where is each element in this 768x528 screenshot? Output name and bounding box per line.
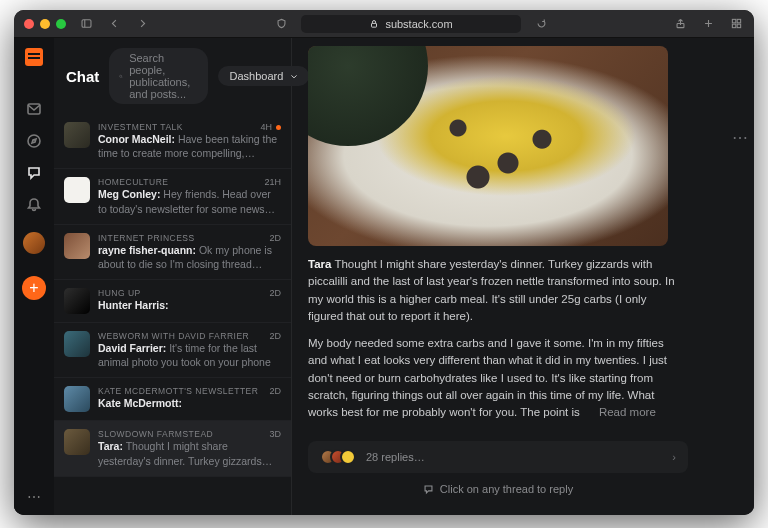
thread-time: 3D	[269, 429, 281, 439]
avatar	[340, 449, 356, 465]
thread-meta: INTERNET PRINCESS 2D rayne fisher-quann:…	[98, 233, 281, 271]
reader-pane: ⋯ Tara Thought I might share yesterday's…	[292, 38, 754, 515]
inbox-icon[interactable]	[25, 100, 43, 118]
svg-rect-0	[82, 20, 91, 28]
substack-logo[interactable]	[25, 48, 43, 66]
thread-item[interactable]: WEBWORM WITH DAVID FARRIER 2D David Farr…	[54, 323, 291, 378]
forward-button[interactable]	[134, 16, 150, 32]
thread-meta: HOMECULTURE 21H Meg Conley: Hey friends.…	[98, 177, 281, 215]
svg-point-11	[28, 135, 40, 147]
thread-thumbnail	[64, 288, 90, 314]
thread-thumbnail	[64, 122, 90, 148]
thread-author: Kate McDermott:	[98, 397, 182, 409]
page-title: Chat	[66, 68, 99, 85]
thread-publication: INTERNET PRINCESS	[98, 233, 195, 243]
post-image[interactable]	[308, 46, 668, 246]
thread-time: 2D	[269, 331, 281, 341]
thread-item[interactable]: INTERNET PRINCESS 2D rayne fisher-quann:…	[54, 225, 291, 280]
thread-time: 2D	[269, 386, 281, 396]
thread-author: David Farrier:	[98, 342, 166, 354]
lock-icon	[369, 19, 379, 29]
post-body: Tara Thought I might share yesterday's d…	[308, 246, 688, 437]
svg-rect-7	[737, 19, 740, 22]
reply-hint-text: Click on any thread to reply	[440, 483, 573, 495]
discover-icon[interactable]	[25, 132, 43, 150]
thread-item[interactable]: KATE MCDERMOTT'S NEWSLETTER 2D Kate McDe…	[54, 378, 291, 421]
thread-preview: Conor MacNeil: Have been taking the time…	[98, 132, 281, 160]
svg-rect-8	[732, 24, 735, 27]
account-avatar[interactable]	[23, 232, 45, 254]
reload-button[interactable]	[533, 16, 549, 32]
thread-publication: HOMECULTURE	[98, 177, 169, 187]
thread-thumbnail	[64, 386, 90, 412]
back-button[interactable]	[106, 16, 122, 32]
threads-header: Chat Search people, publications, and po…	[54, 38, 291, 114]
share-icon[interactable]	[672, 16, 688, 32]
thread-meta: KATE MCDERMOTT'S NEWSLETTER 2D Kate McDe…	[98, 386, 281, 410]
thread-thumbnail	[64, 429, 90, 455]
thread-author: Conor MacNeil:	[98, 133, 175, 145]
read-more-link[interactable]: Read more	[599, 406, 656, 418]
search-input[interactable]: Search people, publications, and posts..…	[109, 48, 207, 104]
search-placeholder: Search people, publications, and posts..…	[129, 52, 197, 100]
browser-window: substack.com + ⋯ Chat Search p	[14, 10, 754, 515]
new-post-button[interactable]: +	[22, 276, 46, 300]
thread-item[interactable]: HOMECULTURE 21H Meg Conley: Hey friends.…	[54, 169, 291, 224]
svg-rect-9	[737, 24, 740, 27]
new-tab-icon[interactable]	[700, 16, 716, 32]
thread-time: 2D	[269, 233, 281, 243]
thread-item[interactable]: HUNG UP 2D Hunter Harris:	[54, 280, 291, 323]
thread-item[interactable]: INVESTMENT TALK 4H Conor MacNeil: Have b…	[54, 114, 291, 169]
url-text: substack.com	[385, 18, 452, 30]
chevron-right-icon: ›	[672, 451, 676, 463]
nav-rail: + ⋯	[14, 38, 54, 515]
thread-meta: WEBWORM WITH DAVID FARRIER 2D David Farr…	[98, 331, 281, 369]
thread-thumbnail	[64, 331, 90, 357]
unread-dot	[276, 125, 281, 130]
thread-publication: INVESTMENT TALK	[98, 122, 183, 132]
thread-thumbnail	[64, 177, 90, 203]
thread-item[interactable]: SLOWDOWN FARMSTEAD 3D Tara: Thought I mi…	[54, 421, 291, 476]
thread-publication: HUNG UP	[98, 288, 141, 298]
reply-hint: Click on any thread to reply	[308, 473, 688, 495]
notifications-icon[interactable]	[25, 196, 43, 214]
thread-publication: SLOWDOWN FARMSTEAD	[98, 429, 213, 439]
replies-bar[interactable]: 28 replies… ›	[308, 441, 688, 473]
thread-meta: SLOWDOWN FARMSTEAD 3D Tara: Thought I mi…	[98, 429, 281, 467]
thread-time: 4H	[260, 122, 281, 132]
thread-meta: INVESTMENT TALK 4H Conor MacNeil: Have b…	[98, 122, 281, 160]
shield-icon[interactable]	[273, 16, 289, 32]
thread-preview: Meg Conley: Hey friends. Head over to to…	[98, 187, 281, 215]
tabs-overview-icon[interactable]	[728, 16, 744, 32]
url-bar[interactable]: substack.com	[301, 15, 521, 33]
thread-publication: WEBWORM WITH DAVID FARRIER	[98, 331, 249, 341]
threads-column: Chat Search people, publications, and po…	[54, 38, 292, 515]
minimize-window-button[interactable]	[40, 19, 50, 29]
browser-titlebar: substack.com	[14, 10, 754, 38]
post-more-button[interactable]: ⋯	[732, 128, 750, 147]
svg-rect-2	[372, 23, 377, 27]
window-controls	[24, 19, 66, 29]
thread-preview: David Farrier: It's time for the last an…	[98, 341, 281, 369]
thread-author: Tara:	[98, 440, 123, 452]
thread-preview: rayne fisher-quann: Ok my phone is about…	[98, 243, 281, 271]
post-paragraph-1: Thought I might share yesterday's dinner…	[308, 258, 675, 322]
thread-preview: Kate McDermott:	[98, 396, 281, 410]
thread-meta: HUNG UP 2D Hunter Harris:	[98, 288, 281, 312]
svg-line-14	[122, 77, 123, 78]
post-author: Tara	[308, 258, 331, 270]
thread-preview: Hunter Harris:	[98, 298, 281, 312]
svg-marker-12	[32, 139, 36, 143]
thread-author: Hunter Harris:	[98, 299, 169, 311]
search-icon	[119, 71, 123, 82]
dashboard-label: Dashboard	[230, 70, 284, 82]
rail-more-icon[interactable]: ⋯	[27, 489, 41, 505]
svg-point-13	[120, 75, 122, 77]
thread-time: 2D	[269, 288, 281, 298]
sidebar-toggle-icon[interactable]	[78, 16, 94, 32]
close-window-button[interactable]	[24, 19, 34, 29]
thread-preview: Tara: Thought I might share yesterday's …	[98, 439, 281, 467]
chat-icon[interactable]	[25, 164, 43, 182]
replies-count-label: 28 replies…	[366, 451, 425, 463]
maximize-window-button[interactable]	[56, 19, 66, 29]
